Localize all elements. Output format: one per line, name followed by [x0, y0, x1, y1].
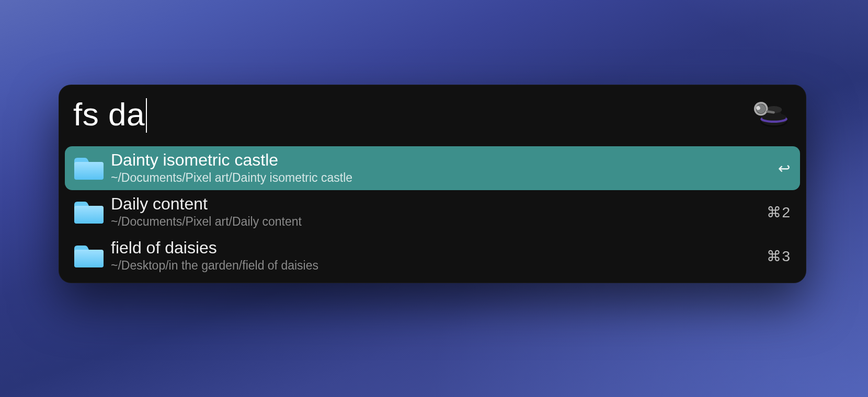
search-input[interactable]: fs da [73, 91, 738, 138]
result-labels: Daily content ~/Documents/Pixel art/Dail… [111, 195, 767, 229]
results-list: Dainty isometric castle ~/Documents/Pixe… [59, 142, 806, 278]
result-title: Daily content [111, 195, 767, 213]
folder-icon [72, 242, 111, 270]
result-item-1[interactable]: Daily content ~/Documents/Pixel art/Dail… [65, 190, 800, 234]
result-title: field of daisies [111, 239, 767, 257]
result-shortcut: ↩ [778, 160, 791, 177]
result-labels: field of daisies ~/Desktop/in the garden… [111, 239, 767, 273]
result-shortcut: ⌘2 [767, 204, 791, 221]
result-shortcut: ⌘3 [767, 248, 791, 265]
return-icon: ↩ [778, 160, 791, 177]
result-path: ~/Documents/Pixel art/Daily content [111, 214, 767, 229]
alfred-icon [748, 94, 794, 135]
text-caret [146, 98, 147, 133]
svg-point-3 [762, 115, 786, 121]
result-item-0[interactable]: Dainty isometric castle ~/Documents/Pixe… [65, 146, 800, 190]
folder-icon [72, 155, 111, 182]
result-labels: Dainty isometric castle ~/Documents/Pixe… [111, 151, 778, 185]
result-title: Dainty isometric castle [111, 151, 778, 169]
result-path: ~/Desktop/in the garden/field of daisies [111, 258, 767, 273]
launcher-panel: fs da [59, 85, 806, 283]
search-query-text: fs da [73, 98, 145, 131]
result-path: ~/Documents/Pixel art/Dainty isometric c… [111, 170, 778, 185]
result-item-2[interactable]: field of daisies ~/Desktop/in the garden… [65, 234, 800, 278]
search-row: fs da [59, 85, 806, 142]
folder-icon [72, 198, 111, 226]
